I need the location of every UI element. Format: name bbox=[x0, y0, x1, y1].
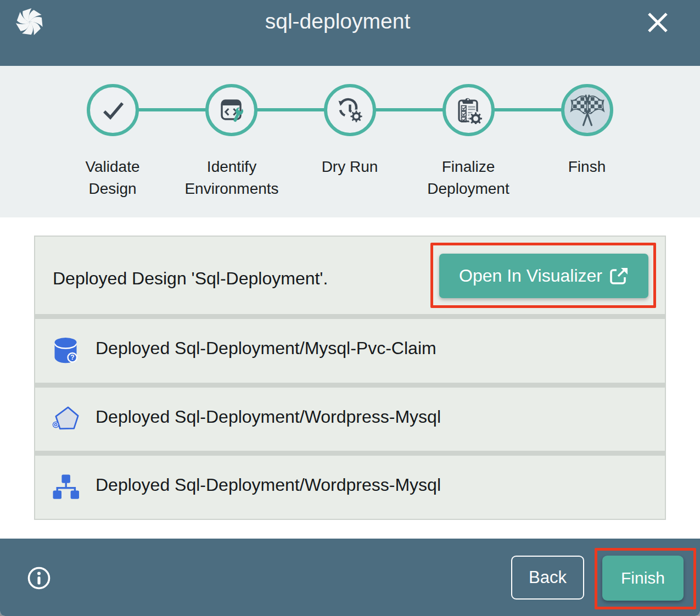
svg-text:?: ? bbox=[70, 354, 74, 361]
